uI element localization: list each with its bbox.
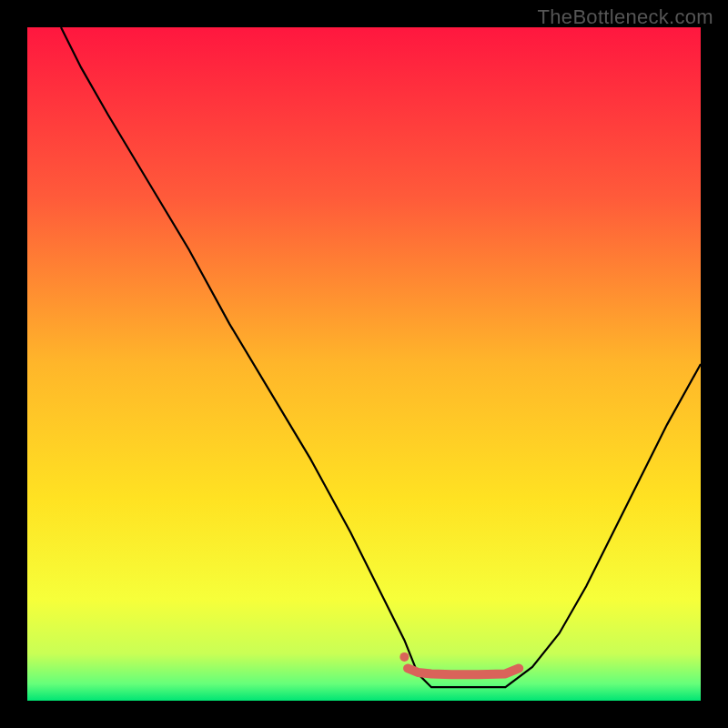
chart-svg: [27, 27, 701, 701]
chart-stage: TheBottleneck.com: [0, 0, 728, 728]
marker-dot-left: [399, 652, 409, 662]
chart-plot: [27, 27, 701, 701]
watermark-text: TheBottleneck.com: [538, 5, 713, 29]
chart-annotation-layer: [399, 652, 409, 662]
chart-background: [27, 27, 701, 701]
